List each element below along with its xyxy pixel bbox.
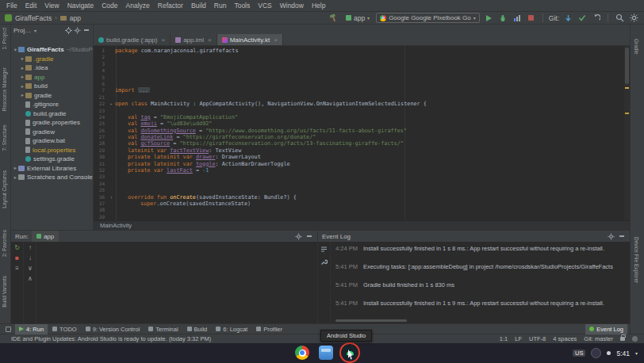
keyboard-layout-indicator[interactable]: US bbox=[573, 350, 585, 357]
git-rollback-button[interactable] bbox=[591, 13, 602, 23]
status-message[interactable]: IDE and Plugin Updates: Android Studio i… bbox=[11, 335, 211, 342]
menu-item-refactor[interactable]: Refactor bbox=[154, 2, 187, 10]
tree-item-gradle-properties[interactable]: gradle.properties bbox=[11, 118, 93, 128]
settings-button[interactable] bbox=[628, 13, 639, 23]
code-editor[interactable]: 1package com.naranjaconsal.giraffefacts2… bbox=[94, 46, 630, 220]
stripe-button-1-project[interactable]: 1: Project bbox=[2, 28, 7, 49]
tree-item-gradlew-bat[interactable]: gradlew.bat bbox=[11, 136, 93, 146]
menu-item-window[interactable]: Window bbox=[276, 2, 308, 10]
stripe-button-resource-manager[interactable]: Resource Manager bbox=[2, 67, 7, 111]
filter-icon[interactable] bbox=[320, 246, 328, 253]
close-icon[interactable]: × bbox=[274, 36, 278, 44]
menu-item-tools[interactable]: Tools bbox=[230, 2, 254, 10]
breadcrumb-class[interactable]: MainActivity bbox=[100, 222, 132, 229]
tool-window-button-9-version-control[interactable]: 9: Version Control bbox=[82, 324, 144, 334]
close-icon[interactable]: × bbox=[208, 36, 212, 44]
tool-window-button-todo[interactable]: TODO bbox=[48, 324, 81, 334]
scrollbar-thumb[interactable] bbox=[625, 48, 629, 84]
hide-panel-icon[interactable] bbox=[619, 235, 624, 237]
debug-button[interactable] bbox=[497, 13, 508, 23]
profiler-button[interactable] bbox=[512, 13, 523, 23]
git-commit-button[interactable] bbox=[577, 13, 588, 23]
device-selector[interactable]: Google Google Pixelbook Go ▾ bbox=[376, 13, 480, 23]
menu-item-navigate[interactable]: Navigate bbox=[63, 2, 98, 10]
files-dock-icon[interactable] bbox=[319, 346, 333, 360]
hide-panel-icon[interactable] bbox=[307, 235, 312, 237]
notifications-icon[interactable] bbox=[632, 336, 638, 342]
clock[interactable]: 5:41 bbox=[616, 350, 630, 357]
tree-item-build-gradle[interactable]: build.gradle bbox=[11, 109, 93, 119]
tool-window-switcher-icon[interactable] bbox=[6, 327, 11, 332]
menu-icon[interactable]: ≡ bbox=[15, 266, 19, 272]
gear-icon[interactable] bbox=[74, 27, 81, 34]
tree-item-idea[interactable]: ▸.idea bbox=[11, 63, 93, 73]
hide-panel-icon[interactable] bbox=[84, 29, 89, 31]
tree-item-giraffefacts[interactable]: ▾GiraffeFacts~/StudioProjects bbox=[11, 45, 93, 55]
menu-item-analyze[interactable]: Analyze bbox=[122, 2, 154, 10]
horizontal-scrollbar[interactable] bbox=[335, 319, 407, 322]
menu-item-file[interactable]: File bbox=[2, 2, 21, 10]
menu-item-vcs[interactable]: VCS bbox=[254, 2, 275, 10]
stop-icon[interactable]: ■ bbox=[15, 255, 19, 262]
breadcrumb-project[interactable]: GiraffeFacts bbox=[15, 14, 52, 22]
stripe-button-2-favorites[interactable]: 2: Favorites bbox=[2, 230, 7, 257]
tab-mainactivity-kt[interactable]: MainActivity.kt× bbox=[217, 34, 283, 45]
tool-window-button-event-log[interactable]: Event Log bbox=[585, 324, 627, 334]
stripe-button-layout-captures[interactable]: Layout Captures bbox=[2, 170, 7, 208]
indent-indicator[interactable]: 4 spaces bbox=[553, 335, 577, 342]
system-status-icon[interactable] bbox=[591, 348, 601, 358]
tool-window-button-6-logcat[interactable]: 6: Logcat bbox=[212, 324, 251, 334]
up-icon[interactable]: ↑ bbox=[29, 245, 32, 251]
build-hammer-button[interactable] bbox=[328, 13, 339, 23]
tree-item-settings-gradle[interactable]: settings.gradle bbox=[11, 155, 93, 164]
gear-icon[interactable] bbox=[295, 233, 302, 240]
chrome-dock-icon[interactable] bbox=[295, 346, 309, 360]
gear-icon[interactable] bbox=[608, 233, 615, 240]
tab-app-iml[interactable]: app.iml× bbox=[171, 34, 217, 45]
tree-item-gitignore[interactable]: .gitignore bbox=[11, 100, 93, 109]
stripe-button-build-variants[interactable]: Build Variants bbox=[2, 276, 7, 308]
menu-item-run[interactable]: Run bbox=[210, 2, 231, 10]
search-everywhere-button[interactable] bbox=[614, 13, 625, 23]
encoding-indicator[interactable]: UTF-8 bbox=[529, 335, 546, 342]
git-branch-indicator[interactable]: Git: master bbox=[584, 335, 613, 342]
git-update-button[interactable] bbox=[562, 13, 573, 23]
editor-scrollbar[interactable] bbox=[624, 46, 630, 220]
run-tab-app[interactable]: app bbox=[32, 231, 59, 242]
breadcrumb-module[interactable]: app bbox=[70, 14, 81, 22]
tool-window-button-build[interactable]: Build bbox=[183, 324, 212, 334]
stop-button[interactable] bbox=[526, 13, 537, 23]
project-view-selector[interactable]: Project bbox=[13, 27, 33, 34]
menu-item-help[interactable]: Help bbox=[308, 2, 329, 10]
close-icon[interactable]: × bbox=[161, 36, 165, 44]
tool-window-button-profiler[interactable]: Profiler bbox=[252, 324, 286, 334]
tree-item-gradle[interactable]: ▸.gradle bbox=[11, 55, 93, 64]
menu-item-view[interactable]: View bbox=[40, 2, 63, 10]
tool-window-button-terminal[interactable]: Terminal bbox=[144, 324, 182, 334]
tree-item-scratches-and-consoles[interactable]: ▸Scratches and Consoles bbox=[11, 173, 93, 182]
stripe-button-gradle[interactable]: Gradle bbox=[634, 39, 639, 55]
wrench-icon[interactable] bbox=[320, 258, 328, 266]
rerun-icon[interactable]: ↻ bbox=[14, 245, 20, 251]
run-config-selector[interactable]: app ▾ bbox=[343, 13, 373, 23]
stripe-button-7-structure[interactable]: 7: Structure bbox=[2, 124, 7, 151]
caret-position[interactable]: 1:1 bbox=[500, 335, 508, 342]
locate-icon[interactable] bbox=[65, 27, 72, 34]
tree-item-build[interactable]: ▸build bbox=[11, 82, 93, 91]
line-ending-indicator[interactable]: LF bbox=[515, 335, 522, 342]
tab-build-gradle-app[interactable]: build.gradle (:app)× bbox=[94, 34, 171, 45]
lock-icon[interactable] bbox=[620, 337, 625, 341]
tree-item-external-libraries[interactable]: ▸External Libraries bbox=[11, 164, 93, 174]
chevron-down-icon[interactable]: ▾ bbox=[635, 350, 638, 356]
collapse-icon[interactable]: ∧ bbox=[28, 276, 33, 282]
stripe-button-device-file-explorer[interactable]: Device File Explorer bbox=[634, 237, 639, 283]
tool-window-button-4-run[interactable]: 4: Run bbox=[15, 324, 48, 334]
tree-item-gradlew[interactable]: gradlew bbox=[11, 128, 93, 137]
tree-item-app[interactable]: ▸app bbox=[11, 73, 93, 82]
run-button[interactable] bbox=[483, 13, 494, 23]
menu-item-edit[interactable]: Edit bbox=[21, 2, 41, 10]
menu-item-build[interactable]: Build bbox=[187, 2, 210, 10]
menu-item-code[interactable]: Code bbox=[98, 2, 121, 10]
tree-item-local-properties[interactable]: local.properties bbox=[11, 146, 93, 155]
down-icon[interactable]: ↓ bbox=[29, 255, 32, 262]
